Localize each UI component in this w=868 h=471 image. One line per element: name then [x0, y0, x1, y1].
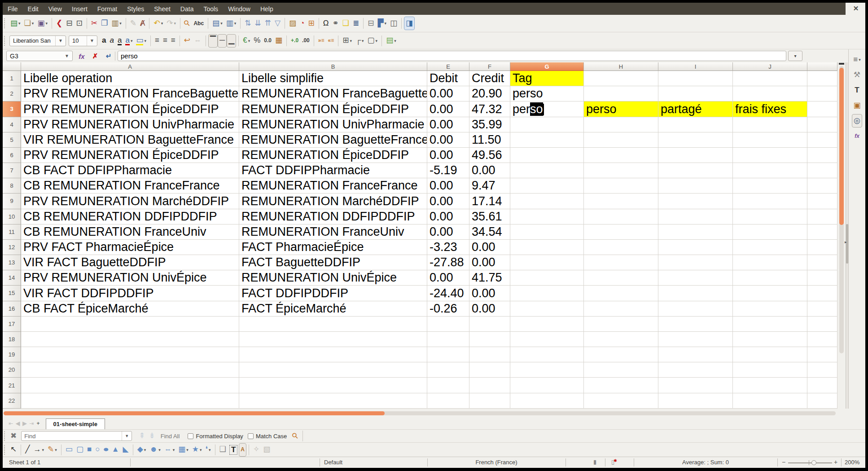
- cell-E22[interactable]: [427, 393, 469, 409]
- cell-I1[interactable]: [658, 71, 733, 86]
- cell-E4[interactable]: 0.00: [427, 117, 469, 132]
- row-header-21[interactable]: 21: [3, 378, 21, 393]
- cell-G10[interactable]: [510, 209, 584, 224]
- column-header-E[interactable]: E: [427, 62, 469, 71]
- cell-G18[interactable]: [510, 332, 584, 347]
- insert-row-icon[interactable]: ▤▾: [211, 17, 224, 30]
- cell-J22[interactable]: [733, 393, 807, 409]
- cell-B21[interactable]: [239, 378, 427, 393]
- cell-B14[interactable]: REMUNERATION UnivÉpice: [239, 270, 427, 286]
- cell-G6[interactable]: [510, 148, 584, 163]
- cell-J7[interactable]: [733, 163, 807, 178]
- bold-icon[interactable]: a: [101, 35, 107, 47]
- cell-A12[interactable]: PRV FACT PharmacieÉpice: [21, 240, 239, 255]
- chevron-down-icon[interactable]: ▼: [55, 36, 66, 46]
- cell-F22[interactable]: [469, 393, 510, 409]
- insert-chart-icon[interactable]: ◔: [298, 17, 306, 30]
- borders-icon[interactable]: ⊞▾: [341, 35, 353, 47]
- cell-A2[interactable]: PRV REMUNERATION FranceBaguette: [21, 86, 239, 101]
- cell-I17[interactable]: [658, 317, 733, 332]
- save-icon[interactable]: ▣▾: [36, 17, 49, 30]
- column-header-F[interactable]: F: [469, 62, 510, 71]
- vertical-scrollbar[interactable]: [837, 62, 846, 409]
- cell-H6[interactable]: [584, 148, 658, 163]
- cell-G20[interactable]: [510, 362, 584, 378]
- cell-E14[interactable]: 0.00: [427, 270, 469, 286]
- paste-icon[interactable]: ▥▾: [110, 17, 123, 30]
- cell-F21[interactable]: [469, 378, 510, 393]
- cell-G22[interactable]: [510, 393, 584, 409]
- border-style-icon[interactable]: ┌▾: [354, 35, 365, 47]
- cell-A15[interactable]: VIR FACT DDFIPDDFIP: [21, 286, 239, 301]
- cell-F9[interactable]: 17.14: [469, 194, 510, 209]
- cell-E19[interactable]: [427, 347, 469, 362]
- find-all-button[interactable]: Find All: [161, 433, 180, 440]
- cell-B17[interactable]: [239, 317, 427, 332]
- cell-H10[interactable]: [584, 209, 658, 224]
- cell-G21[interactable]: [510, 378, 584, 393]
- zoom-in-button[interactable]: +: [834, 458, 837, 466]
- dropdown-arrow-icon[interactable]: ▾: [42, 448, 44, 452]
- cell-x12[interactable]: [807, 240, 837, 255]
- formula-input[interactable]: [118, 51, 786, 61]
- cell-F4[interactable]: 35.99: [469, 117, 510, 132]
- select-all-corner[interactable]: [3, 62, 21, 71]
- cell-B13[interactable]: FACT BaguetteDDFIP: [239, 255, 427, 270]
- cell-A10[interactable]: CB REMUNERATION DDFIPDDFIP: [21, 209, 239, 224]
- dropdown-arrow-icon[interactable]: ▾: [350, 39, 352, 43]
- cell-H1[interactable]: [584, 71, 658, 86]
- properties-icon[interactable]: ⚒: [852, 69, 862, 81]
- cell-E5[interactable]: 0.00: [427, 132, 469, 148]
- cell-B8[interactable]: REMUNERATION FranceFrance: [239, 178, 427, 194]
- cell-B2[interactable]: REMUNERATION FranceBaguette: [239, 86, 427, 101]
- cell-A17[interactable]: [21, 317, 239, 332]
- cell-G5[interactable]: [510, 132, 584, 148]
- cell-I3[interactable]: partagé: [658, 101, 733, 117]
- cell-E15[interactable]: -24.40: [427, 286, 469, 301]
- cell-I5[interactable]: [658, 132, 733, 148]
- column-header-partial[interactable]: [807, 62, 837, 71]
- dropdown-arrow-icon[interactable]: ▾: [385, 21, 387, 26]
- cell-I9[interactable]: [658, 194, 733, 209]
- dropdown-arrow-icon[interactable]: ▾: [55, 448, 57, 452]
- cell-I2[interactable]: [658, 86, 733, 101]
- cell-x3[interactable]: [807, 101, 837, 117]
- menu-format[interactable]: Format: [92, 3, 122, 15]
- cell-x16[interactable]: [807, 301, 837, 317]
- cell-F10[interactable]: 35.61: [469, 209, 510, 224]
- cell-I13[interactable]: [658, 255, 733, 270]
- wrap-text-icon[interactable]: ↩: [183, 35, 192, 47]
- cell-x10[interactable]: [807, 209, 837, 224]
- callout-box-icon[interactable]: ❑: [218, 444, 228, 456]
- symbol-shapes-icon[interactable]: ☻▾: [148, 444, 162, 456]
- conditional-formatting-icon[interactable]: ▤▾: [385, 35, 398, 47]
- cell-H17[interactable]: [584, 317, 658, 332]
- cell-J4[interactable]: [733, 117, 807, 132]
- cell-E13[interactable]: -27.88: [427, 255, 469, 270]
- number-format-icon[interactable]: 0.0: [263, 35, 273, 47]
- cell-I18[interactable]: [658, 332, 733, 347]
- line-icon[interactable]: ╱: [24, 444, 31, 456]
- row-header-16[interactable]: 16: [3, 301, 21, 317]
- row-header-20[interactable]: 20: [3, 362, 21, 378]
- open-icon[interactable]: ❏▾: [23, 17, 35, 30]
- menu-view[interactable]: View: [44, 3, 67, 15]
- align-center-vertical-icon[interactable]: ─: [218, 35, 226, 47]
- dropdown-arrow-icon[interactable]: ▾: [119, 21, 122, 26]
- menu-edit[interactable]: Edit: [23, 3, 44, 15]
- cell-H21[interactable]: [584, 378, 658, 393]
- dropdown-arrow-icon[interactable]: ▾: [144, 39, 146, 43]
- cell-I15[interactable]: [658, 286, 733, 301]
- row-header-2[interactable]: 2: [3, 86, 21, 101]
- cell-I11[interactable]: [658, 224, 733, 240]
- hyperlink-icon[interactable]: ⚭: [331, 17, 340, 30]
- cell-B11[interactable]: REMUNERATION FranceUniv: [239, 224, 427, 240]
- cell-G7[interactable]: [510, 163, 584, 178]
- cell-x19[interactable]: [807, 347, 837, 362]
- chevron-down-icon[interactable]: ▼: [87, 36, 97, 46]
- cell-A1[interactable]: Libelle operation: [21, 71, 239, 86]
- cell-H9[interactable]: [584, 194, 658, 209]
- row-header-1[interactable]: 1: [3, 71, 21, 86]
- cell-x21[interactable]: [807, 378, 837, 393]
- print-preview-icon[interactable]: ⊡: [75, 17, 83, 30]
